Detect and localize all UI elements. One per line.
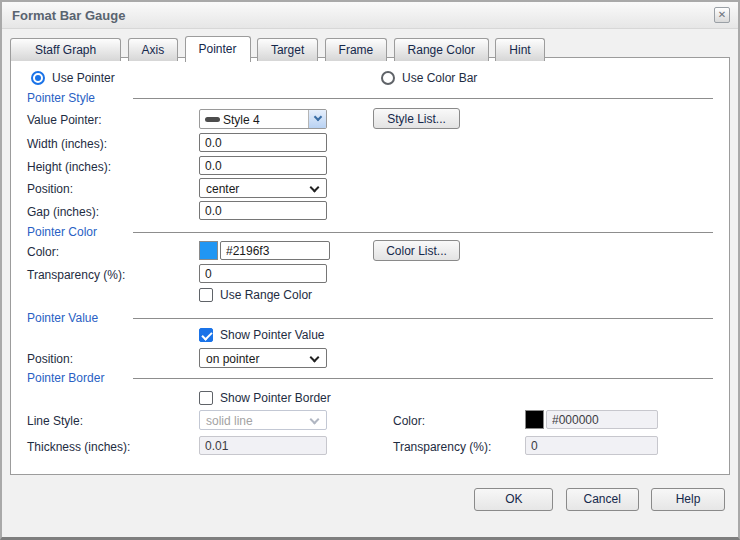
border-color-swatch [525, 410, 544, 429]
value-pointer-value: Style 4 [223, 113, 260, 127]
pointer-tab-panel: Use Pointer Use Color Bar Pointer Style … [10, 57, 730, 475]
section-divider [133, 232, 713, 233]
use-range-color-label: Use Range Color [220, 288, 312, 302]
tab-range-color[interactable]: Range Color [394, 38, 489, 61]
tab-pointer[interactable]: Pointer [185, 36, 251, 62]
value-position-label: Position: [27, 352, 73, 366]
line-style-select: solid line [199, 410, 327, 430]
titlebar: Format Bar Gauge ✕ [2, 2, 738, 29]
help-button[interactable]: Help [651, 488, 725, 511]
use-color-bar-radio[interactable]: Use Color Bar [381, 70, 477, 85]
ok-button[interactable]: OK [474, 488, 553, 511]
value-position-value: on pointer [206, 352, 259, 366]
gap-input[interactable] [199, 201, 327, 220]
tab-frame[interactable]: Frame [325, 38, 388, 61]
show-pointer-border-checkbox[interactable]: Show Pointer Border [199, 390, 331, 405]
color-label: Color: [27, 245, 59, 259]
show-pointer-value-label: Show Pointer Value [220, 328, 325, 342]
value-pointer-select[interactable]: Style 4 [199, 109, 327, 129]
show-pointer-border-label: Show Pointer Border [220, 391, 331, 405]
chevron-down-icon [310, 353, 320, 363]
gap-label: Gap (inches): [27, 205, 99, 219]
pointer-color-section-title: Pointer Color [27, 225, 97, 239]
thickness-input [199, 436, 327, 455]
checkbox-icon [199, 328, 213, 342]
position-select[interactable]: center [199, 178, 327, 198]
width-label: Width (inches): [27, 137, 107, 151]
show-pointer-value-checkbox[interactable]: Show Pointer Value [199, 327, 325, 342]
use-color-bar-label: Use Color Bar [402, 71, 477, 85]
pointer-value-section-title: Pointer Value [27, 311, 98, 325]
section-divider [133, 98, 713, 99]
radio-icon [381, 71, 395, 85]
transparency-label: Transparency (%): [27, 268, 125, 282]
close-icon[interactable]: ✕ [714, 7, 730, 23]
position-value: center [206, 182, 239, 196]
height-label: Height (inches): [27, 160, 111, 174]
border-color-input [546, 410, 658, 429]
width-input[interactable] [199, 133, 327, 152]
position-label: Position: [27, 182, 73, 196]
border-color-label: Color: [393, 414, 425, 428]
section-divider [133, 318, 713, 319]
section-divider [133, 378, 713, 379]
value-pointer-label: Value Pointer: [27, 113, 102, 127]
pointer-style-glyph-icon [205, 117, 220, 122]
radio-icon [31, 71, 45, 85]
footer-buttons: OK Cancel Help [465, 488, 725, 511]
use-range-color-checkbox[interactable]: Use Range Color [199, 287, 312, 302]
transparency-input[interactable] [199, 264, 327, 283]
style-list-button[interactable]: Style List... [373, 108, 460, 129]
pointer-color-swatch[interactable] [199, 241, 218, 260]
chevron-down-icon [310, 183, 320, 193]
value-position-select[interactable]: on pointer [199, 348, 327, 368]
dialog-title: Format Bar Gauge [12, 8, 125, 23]
line-style-value: solid line [206, 414, 253, 428]
checkbox-icon [199, 391, 213, 405]
use-pointer-label: Use Pointer [52, 71, 115, 85]
format-bar-gauge-dialog: Format Bar Gauge ✕ Staff Graph Axis Poin… [0, 0, 740, 540]
pointer-color-input[interactable] [220, 241, 330, 260]
chevron-down-icon[interactable] [308, 110, 326, 128]
tab-strip: Staff Graph Axis Pointer Target Frame Ra… [10, 35, 548, 61]
thickness-label: Thickness (inches): [27, 440, 130, 454]
tab-hint[interactable]: Hint [495, 38, 544, 61]
tab-staff-graph[interactable]: Staff Graph [10, 38, 121, 61]
pointer-style-section-title: Pointer Style [27, 91, 95, 105]
tab-target[interactable]: Target [257, 38, 318, 61]
use-pointer-radio[interactable]: Use Pointer [31, 70, 115, 85]
cancel-button[interactable]: Cancel [566, 488, 639, 511]
line-style-label: Line Style: [27, 414, 83, 428]
border-transparency-input [525, 436, 658, 455]
checkbox-icon [199, 288, 213, 302]
tab-axis[interactable]: Axis [128, 38, 179, 61]
color-list-button[interactable]: Color List... [373, 240, 460, 261]
chevron-down-icon [310, 415, 320, 425]
border-transparency-label: Transparency (%): [393, 440, 491, 454]
pointer-border-section-title: Pointer Border [27, 371, 104, 385]
height-input[interactable] [199, 156, 327, 175]
